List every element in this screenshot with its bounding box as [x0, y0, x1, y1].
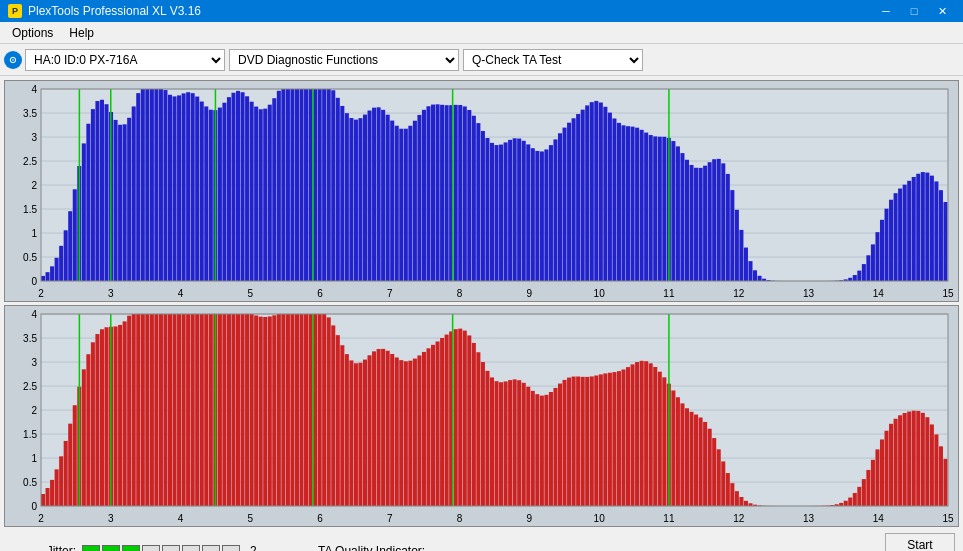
maximize-button[interactable]: □ [901, 2, 927, 20]
menu-options[interactable]: Options [4, 24, 61, 42]
progress-segment [102, 545, 120, 551]
stats-left: Jitter: 2 Peak Shift: 3 [8, 544, 288, 551]
progress-segment [142, 545, 160, 551]
jitter-value: 2 [250, 544, 257, 551]
progress-segment [82, 545, 100, 551]
main-content [0, 76, 963, 531]
stats-right: Start i [855, 533, 955, 551]
ta-quality-label: TA Quality Indicator: [318, 544, 425, 551]
drive-dropdown[interactable]: HA:0 ID:0 PX-716A [25, 49, 225, 71]
drive-selector: ⊙ HA:0 ID:0 PX-716A [4, 49, 225, 71]
jitter-row: Jitter: 2 [8, 544, 288, 551]
top-chart-canvas [5, 81, 959, 302]
bottom-chart [4, 305, 959, 527]
progress-segment [202, 545, 220, 551]
toolbar: ⊙ HA:0 ID:0 PX-716A DVD Diagnostic Funct… [0, 44, 963, 76]
progress-segment [162, 545, 180, 551]
app-icon: P [8, 4, 22, 18]
stats-middle: TA Quality Indicator: Not Good [288, 544, 855, 551]
statsbar: Jitter: 2 Peak Shift: 3 TA Quality Indic… [0, 531, 963, 551]
close-button[interactable]: ✕ [929, 2, 955, 20]
start-button[interactable]: Start [885, 533, 955, 551]
titlebar: P PlexTools Professional XL V3.16 ─ □ ✕ [0, 0, 963, 22]
top-chart [4, 80, 959, 302]
menubar: Options Help [0, 22, 963, 44]
jitter-progress [82, 545, 240, 551]
progress-segment [122, 545, 140, 551]
progress-segment [182, 545, 200, 551]
function-dropdown[interactable]: DVD Diagnostic Functions [229, 49, 459, 71]
app-title: PlexTools Professional XL V3.16 [28, 4, 201, 18]
drive-icon: ⊙ [4, 51, 22, 69]
jitter-label: Jitter: [8, 544, 76, 551]
menu-help[interactable]: Help [61, 24, 102, 42]
minimize-button[interactable]: ─ [873, 2, 899, 20]
progress-segment [222, 545, 240, 551]
bottom-chart-canvas [5, 306, 959, 527]
titlebar-controls: ─ □ ✕ [873, 2, 955, 20]
titlebar-left: P PlexTools Professional XL V3.16 [8, 4, 201, 18]
test-dropdown[interactable]: Q-Check TA Test [463, 49, 643, 71]
